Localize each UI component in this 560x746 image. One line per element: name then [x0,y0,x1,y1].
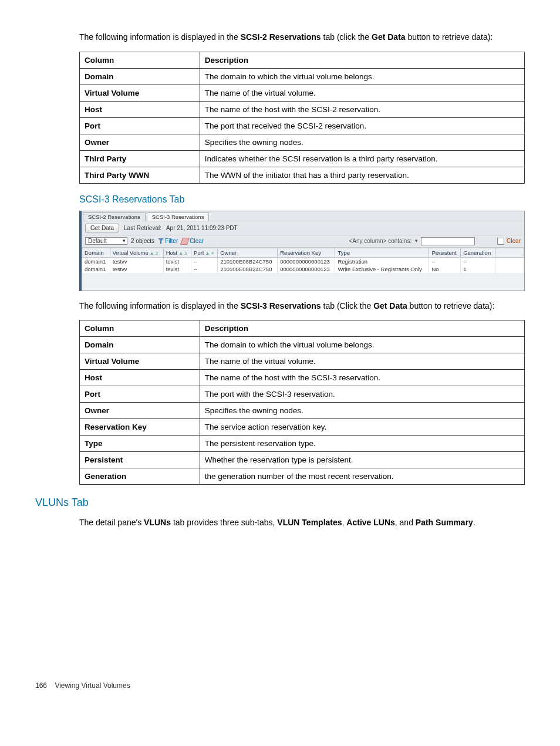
col-header-description: Description [200,320,524,337]
grid-col-vv[interactable]: Virtual Volume▲ 2 [110,248,163,257]
eraser-icon [180,238,190,245]
text: The following information is displayed i… [79,301,241,310]
domain-select[interactable]: Default [85,237,127,245]
grid-col-port[interactable]: Port▲ 4 [191,248,218,257]
table-row: TypeThe persistent reservation type. [80,436,525,452]
table-row: PersistentWhether the reservation type i… [80,452,525,468]
text: button to retrieve data): [407,301,495,310]
vluns-intro: The detail pane's VLUNs tab provides thr… [79,517,525,529]
tab-scsi3[interactable]: SCSI-3 Reservations [147,212,210,221]
table-row: DomainThe domain to which the virtual vo… [80,68,525,85]
sheet-icon[interactable] [497,238,504,245]
text: tab (click the [321,32,372,42]
bold: Get Data [372,32,406,42]
grid-col-owner[interactable]: Owner [218,248,278,257]
funnel-icon [158,238,164,244]
table-row: Third PartyIndicates whether the SCSI re… [80,150,525,167]
scsi3-subhead: SCSI-3 Reservations Tab [79,194,525,205]
sort-icon: ▲ 4 [205,251,214,256]
grid-col-rkey[interactable]: Reservation Key [278,248,335,257]
table-row: DomainThe domain to which the virtual vo… [80,337,525,353]
sort-icon: ▲ 2 [150,251,158,256]
col-header-column: Column [80,52,200,68]
get-data-button[interactable]: Get Data [85,224,119,232]
table-row: OwnerSpecifies the owning nodes. [80,134,525,150]
tab-scsi2[interactable]: SCSI-2 Reservations [83,212,146,221]
table-row: Generationthe generation number of the m… [80,468,525,485]
table-row: HostThe name of the host with the SCSI-3… [80,370,525,386]
grid-col-generation[interactable]: Generation [461,248,495,257]
grid-col-domain[interactable]: Domain [82,248,110,257]
chevron-down-icon[interactable]: ▼ [414,238,419,244]
table-row: Virtual VolumeThe name of the virtual vo… [80,85,525,101]
scsi2-intro: The following information is displayed i… [79,32,525,43]
text: The following information is displayed i… [79,32,241,42]
grid-row[interactable]: domain1testvvtevist--210100E08B24C750000… [82,265,524,273]
col-header-description: Description [200,52,524,68]
last-retrieval-value: Apr 21, 2011 11:09:23 PDT [166,225,238,231]
page-footer: 166 Viewing Virtual Volumes [35,681,525,690]
table-row: PortThe port that received the SCSI-2 re… [80,117,525,134]
bold: SCSI-2 Reservations [241,32,321,42]
page-number: 166 [35,681,47,690]
text: button to retrieve data): [406,32,493,42]
col-header-column: Column [80,320,200,337]
grid-col-host[interactable]: Host▲ 3 [163,248,191,257]
clear-link-2[interactable]: Clear [507,238,521,244]
grid-row[interactable]: domain1testvvtevist--210100E08B24C750000… [82,257,524,265]
filter-link[interactable]: Filter [158,238,178,244]
bold: SCSI-3 Reservations [241,301,321,310]
footer-title: Viewing Virtual Volumes [55,681,130,690]
text: tab (Click the [321,301,373,310]
scsi3-table: Column Description DomainThe domain to w… [79,320,525,485]
table-row: HostThe name of the host with the SCSI-2… [80,101,525,117]
table-row: Virtual VolumeThe name of the virtual vo… [80,353,525,370]
bold: Get Data [373,301,407,310]
scsi3-panel: SCSI-2 Reservations SCSI-3 Reservations … [79,211,525,291]
scsi2-table: Column Description DomainThe domain to w… [79,52,525,184]
grid-col-persistent[interactable]: Persistent [429,248,461,257]
last-retrieval-label: Last Retrieval: [124,225,161,231]
search-input[interactable] [421,237,475,245]
reservations-grid: Domain Virtual Volume▲ 2 Host▲ 3 Port▲ 4… [82,248,524,273]
table-row: Reservation KeyThe service action reserv… [80,419,525,436]
sort-icon: ▲ 3 [178,251,187,256]
table-row: PortThe port with the SCSI-3 reservation… [80,386,525,403]
grid-col-spacer [495,248,524,257]
object-count: 2 objects [131,238,154,244]
table-row: Third Party WWNThe WWN of the initiator … [80,167,525,183]
table-row: OwnerSpecifies the owning nodes. [80,403,525,419]
anycolumn-label: <Any column> contains: [349,238,411,244]
vluns-heading: VLUNs Tab [35,497,525,509]
clear-link[interactable]: Clear [181,238,204,245]
grid-col-type[interactable]: Type [335,248,429,257]
scsi3-intro: The following information is displayed i… [79,301,525,312]
